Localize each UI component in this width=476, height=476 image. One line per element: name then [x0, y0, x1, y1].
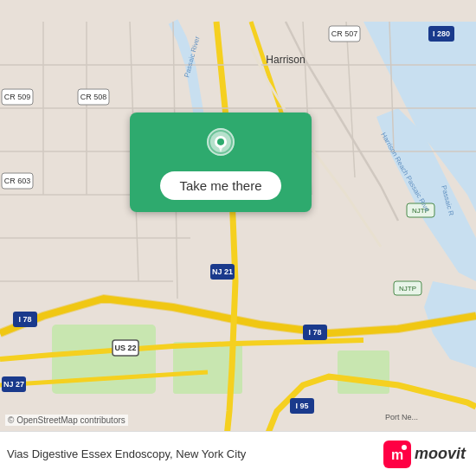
take-me-there-overlay: Take me there	[130, 113, 312, 212]
svg-text:CR 507: CR 507	[331, 29, 358, 38]
map-container: CR 507 I 280 CR 509 CR 508 CR 603 NJ 21 …	[0, 0, 476, 476]
svg-text:I 78: I 78	[308, 328, 321, 337]
svg-text:CR 508: CR 508	[80, 93, 107, 101]
moovit-icon: m	[383, 441, 411, 468]
copyright-text: © OpenStreetMap contributors	[5, 415, 128, 426]
svg-text:Harrison: Harrison	[266, 54, 305, 66]
moovit-logo: m moovit	[383, 441, 466, 468]
map-background: CR 507 I 280 CR 509 CR 508 CR 603 NJ 21 …	[0, 0, 476, 476]
svg-text:NJ 21: NJ 21	[212, 267, 233, 276]
bottom-bar: Vias Digestive Essex Endoscopy, New York…	[0, 431, 476, 476]
svg-text:m: m	[391, 447, 403, 462]
svg-rect-1	[52, 325, 156, 394]
svg-text:CR 509: CR 509	[4, 93, 31, 101]
location-pin-icon	[202, 126, 240, 164]
svg-text:NJTP: NJTP	[399, 285, 416, 293]
location-label: Vias Digestive Essex Endoscopy, New York…	[7, 447, 246, 460]
take-me-there-button[interactable]: Take me there	[160, 171, 280, 200]
svg-text:NJ 27: NJ 27	[3, 380, 24, 389]
svg-text:I 280: I 280	[433, 29, 450, 38]
svg-text:I 78: I 78	[18, 315, 31, 324]
svg-point-52	[217, 138, 224, 145]
svg-point-56	[402, 445, 407, 450]
svg-text:CR 603: CR 603	[4, 177, 31, 185]
svg-text:Port Ne...: Port Ne...	[385, 413, 418, 421]
svg-text:I 95: I 95	[295, 402, 308, 410]
svg-text:US 22: US 22	[114, 344, 136, 352]
svg-rect-3	[338, 351, 389, 394]
moovit-app-name: moovit	[415, 445, 466, 463]
